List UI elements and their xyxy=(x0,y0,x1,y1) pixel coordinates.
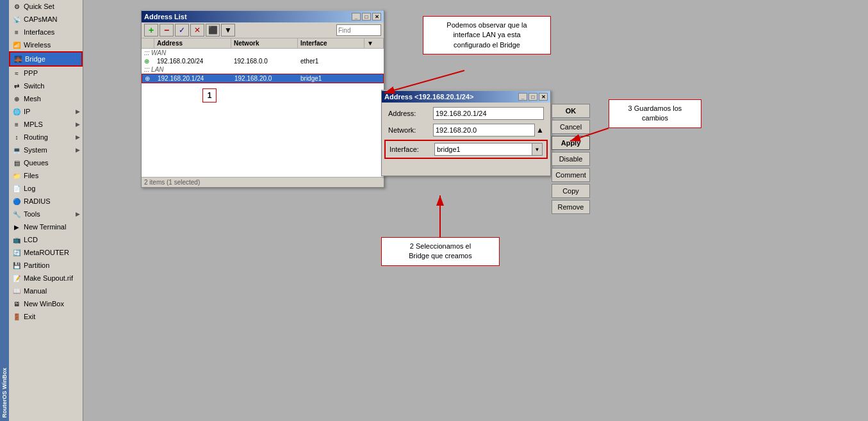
ppp-icon: ≈ xyxy=(12,68,22,78)
exit-icon: 🚪 xyxy=(12,311,22,322)
sidebar-item-mpls[interactable]: ≡ MPLS ▶ xyxy=(9,118,83,131)
submenu-arrow: ▶ xyxy=(76,147,80,153)
address-detail-titlebar: Address <192.168.20.1/24> _ □ ✕ xyxy=(382,91,550,103)
sidebar-item-label: System xyxy=(24,146,47,154)
sidebar-item-label: MetaROUTER xyxy=(24,249,69,256)
apply-button[interactable]: Apply xyxy=(552,136,590,150)
sidebar-item-label: CAPsMAN xyxy=(24,15,58,23)
submenu-arrow: ▶ xyxy=(76,108,80,115)
sidebar-item-ip[interactable]: 🌐 IP ▶ xyxy=(9,105,83,118)
minimize-button[interactable]: _ xyxy=(352,13,361,21)
sidebar-item-system[interactable]: 💻 System ▶ xyxy=(9,144,83,156)
address-list-toolbar: + − ✓ ✕ ⬛ ▼ xyxy=(142,22,384,38)
sidebar-item-ppp[interactable]: ≈ PPP xyxy=(9,67,83,79)
address-detail-window: Address <192.168.20.1/24> _ □ ✕ Address:… xyxy=(381,90,551,176)
radius-icon: 🔵 xyxy=(12,196,22,206)
table-row[interactable]: ⊕ 192.168.20.1/24 192.168.20.0 bridge1 xyxy=(142,74,384,83)
close-button[interactable]: ✕ xyxy=(372,13,381,21)
queues-icon: ▤ xyxy=(12,158,22,168)
sidebar-item-metarouter[interactable]: 🔄 MetaROUTER xyxy=(9,246,83,259)
supout-icon: 📝 xyxy=(12,273,22,283)
address-list-window: Address List _ □ ✕ + − ✓ ✕ ⬛ ▼ Address N… xyxy=(141,10,384,188)
bridge-icon: 🌉 xyxy=(13,54,23,64)
sidebar-menu: ⚙ Quick Set 📡 CAPsMAN ≡ Interfaces 📶 Wir… xyxy=(9,0,83,421)
sidebar-item-radius[interactable]: 🔵 RADIUS xyxy=(9,195,83,208)
sidebar-item-label: Mesh xyxy=(24,95,41,103)
copy-tool-button[interactable]: ⬛ xyxy=(206,24,220,37)
sidebar-item-quick-set[interactable]: ⚙ Quick Set xyxy=(9,0,83,13)
remove-button[interactable]: − xyxy=(160,24,174,37)
network-input[interactable] xyxy=(433,124,535,136)
sidebar-item-routing[interactable]: ↕ Routing ▶ xyxy=(9,131,83,144)
sidebar-item-bridge[interactable]: 🌉 Bridge xyxy=(9,51,83,67)
address-list-title: Address List xyxy=(144,13,352,21)
maximize-button[interactable]: □ xyxy=(528,93,537,101)
close-button[interactable]: ✕ xyxy=(539,93,548,101)
action-buttons-panel: OK Cancel Apply Disable Comment Copy Rem… xyxy=(552,103,596,215)
sidebar-item-new-winbox[interactable]: 🖥 New WinBox xyxy=(9,297,83,310)
remove-button[interactable]: Remove xyxy=(552,200,590,214)
disable-button[interactable]: Disable xyxy=(552,152,590,166)
window-controls: _ □ ✕ xyxy=(518,93,548,101)
add-button[interactable]: + xyxy=(144,24,158,37)
sidebar-item-capsman[interactable]: 📡 CAPsMAN xyxy=(9,13,83,26)
interface-dropdown-button[interactable]: ▼ xyxy=(532,143,543,156)
sidebar-item-lcd[interactable]: 📺 LCD xyxy=(9,233,83,246)
log-icon: 📄 xyxy=(12,183,22,194)
cancel-button[interactable]: Cancel xyxy=(552,120,590,134)
ok-button[interactable]: OK xyxy=(552,104,590,118)
interfaces-icon: ≡ xyxy=(12,27,22,37)
sidebar-item-wireless[interactable]: 📶 Wireless xyxy=(9,38,83,51)
main-area: Address List _ □ ✕ + − ✓ ✕ ⬛ ▼ Address N… xyxy=(83,0,868,421)
table-body: ::: WAN ⊕ 192.168.0.20/24 192.168.0.0 et… xyxy=(142,49,384,177)
copy-button[interactable]: Copy xyxy=(552,184,590,198)
interface-field-row: Interface: ▼ xyxy=(384,140,548,159)
sidebar-item-exit[interactable]: 🚪 Exit xyxy=(9,310,83,323)
address-input[interactable] xyxy=(433,107,544,120)
check-button[interactable]: ✓ xyxy=(175,24,189,37)
sidebar-item-partition[interactable]: 💾 Partition xyxy=(9,259,83,272)
sidebar-item-label: Routing xyxy=(24,133,48,141)
sidebar-item-new-terminal[interactable]: ▶ New Terminal xyxy=(9,220,83,233)
filter-button[interactable]: ▼ xyxy=(221,24,235,37)
sidebar-item-label: IP xyxy=(24,108,30,115)
sidebar-item-make-supout[interactable]: 📝 Make Supout.rif xyxy=(9,272,83,285)
sidebar-item-log[interactable]: 📄 Log xyxy=(9,182,83,195)
interface-input[interactable] xyxy=(434,143,532,156)
row-network: 192.168.20.0 xyxy=(232,75,298,82)
row-interface: bridge1 xyxy=(298,75,364,82)
network-label: Network: xyxy=(388,126,433,134)
maximize-button[interactable]: □ xyxy=(362,13,371,21)
sidebar-item-tools[interactable]: 🔧 Tools ▶ xyxy=(9,208,83,220)
address-list-titlebar: Address List _ □ ✕ xyxy=(142,11,384,22)
annotation-text: 3 Guardamos loscambios xyxy=(628,104,682,122)
submenu-arrow: ▶ xyxy=(76,211,80,217)
col-interface-header: Interface xyxy=(298,38,364,48)
sidebar-item-files[interactable]: 📁 Files xyxy=(9,169,83,182)
comment-button[interactable]: Comment xyxy=(552,168,590,182)
metarouter-icon: 🔄 xyxy=(12,247,22,258)
sidebar-item-label: Switch xyxy=(24,82,44,90)
cancel-button[interactable]: ✕ xyxy=(190,24,204,37)
sidebar-item-switch[interactable]: ⇄ Switch xyxy=(9,79,83,92)
col-network-header: Network xyxy=(231,38,298,48)
wireless-icon: 📶 xyxy=(12,40,22,50)
routeros-brand-bar: RouterOS WinBox xyxy=(0,0,9,421)
submenu-arrow: ▶ xyxy=(76,121,80,128)
search-input[interactable] xyxy=(336,24,381,36)
table-footer: 2 items (1 selected) xyxy=(142,177,384,187)
sidebar-item-label: Queues xyxy=(24,159,49,167)
minimize-button[interactable]: _ xyxy=(518,93,527,101)
sidebar-item-label: Log xyxy=(24,185,35,192)
sidebar-item-label: PPP xyxy=(24,69,38,77)
network-up-arrow[interactable]: ▲ xyxy=(536,126,544,135)
routing-icon: ↕ xyxy=(12,132,22,142)
terminal-icon: ▶ xyxy=(12,222,22,232)
sidebar-item-interfaces[interactable]: ≡ Interfaces xyxy=(9,26,83,38)
sidebar-item-label: Manual xyxy=(24,287,47,295)
table-row[interactable]: ⊕ 192.168.0.20/24 192.168.0.0 ether1 xyxy=(142,57,384,65)
sidebar-item-queues[interactable]: ▤ Queues xyxy=(9,156,83,169)
interface-dropdown: ▼ xyxy=(434,143,543,156)
sidebar-item-manual[interactable]: 📖 Manual xyxy=(9,285,83,297)
sidebar-item-mesh[interactable]: ⊕ Mesh xyxy=(9,92,83,105)
